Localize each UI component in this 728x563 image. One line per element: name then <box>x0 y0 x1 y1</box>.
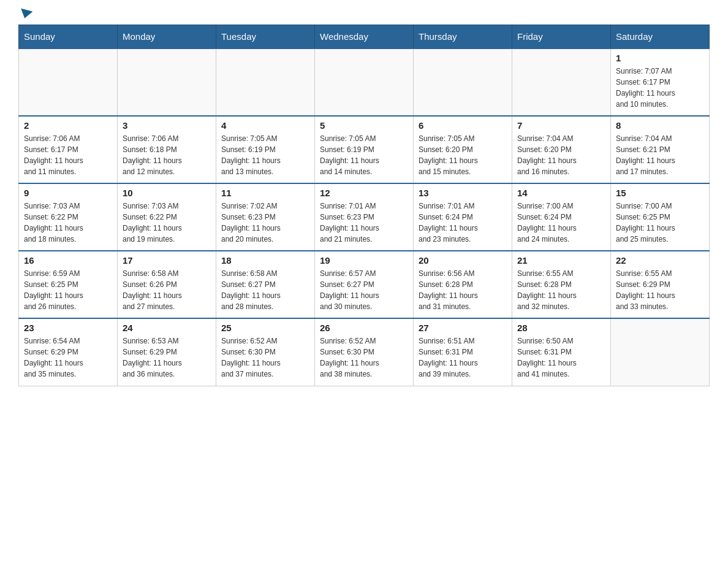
calendar-cell: 8Sunrise: 7:04 AMSunset: 6:21 PMDaylight… <box>611 116 710 183</box>
calendar-cell: 23Sunrise: 6:54 AMSunset: 6:29 PMDayligh… <box>19 318 118 386</box>
day-number: 3 <box>123 120 211 131</box>
calendar-week-row: 9Sunrise: 7:03 AMSunset: 6:22 PMDaylight… <box>19 183 710 251</box>
calendar-week-row: 2Sunrise: 7:06 AMSunset: 6:17 PMDaylight… <box>19 116 710 183</box>
calendar-table: SundayMondayTuesdayWednesdayThursdayFrid… <box>18 25 710 386</box>
page-header <box>18 12 710 18</box>
day-info: Sunrise: 6:52 AMSunset: 6:30 PMDaylight:… <box>221 335 309 380</box>
day-number: 2 <box>24 120 112 131</box>
day-number: 18 <box>221 255 309 266</box>
day-header-sunday: Sunday <box>19 25 118 49</box>
day-info: Sunrise: 7:00 AMSunset: 6:25 PMDaylight:… <box>616 201 704 245</box>
calendar-cell: 6Sunrise: 7:05 AMSunset: 6:20 PMDaylight… <box>414 116 512 183</box>
day-info: Sunrise: 7:03 AMSunset: 6:22 PMDaylight:… <box>24 201 112 245</box>
day-info: Sunrise: 6:54 AMSunset: 6:29 PMDaylight:… <box>24 335 112 380</box>
day-info: Sunrise: 7:05 AMSunset: 6:19 PMDaylight:… <box>221 133 309 177</box>
day-number: 26 <box>320 323 408 333</box>
day-info: Sunrise: 7:06 AMSunset: 6:17 PMDaylight:… <box>24 133 112 177</box>
day-number: 28 <box>517 323 605 333</box>
calendar-cell <box>512 48 611 116</box>
day-info: Sunrise: 6:52 AMSunset: 6:30 PMDaylight:… <box>320 335 408 380</box>
calendar-cell: 16Sunrise: 6:59 AMSunset: 6:25 PMDayligh… <box>19 251 118 318</box>
day-number: 20 <box>419 255 507 266</box>
day-number: 23 <box>24 323 112 333</box>
calendar-cell: 13Sunrise: 7:01 AMSunset: 6:24 PMDayligh… <box>414 183 512 251</box>
day-number: 21 <box>517 255 605 266</box>
day-number: 8 <box>616 120 704 131</box>
day-number: 11 <box>221 188 309 198</box>
day-number: 5 <box>320 120 408 131</box>
day-info: Sunrise: 6:56 AMSunset: 6:28 PMDaylight:… <box>419 268 507 312</box>
day-header-thursday: Thursday <box>414 25 512 49</box>
day-info: Sunrise: 7:05 AMSunset: 6:19 PMDaylight:… <box>320 133 408 177</box>
calendar-cell: 10Sunrise: 7:03 AMSunset: 6:22 PMDayligh… <box>118 183 216 251</box>
calendar-cell: 4Sunrise: 7:05 AMSunset: 6:19 PMDaylight… <box>216 116 315 183</box>
day-number: 27 <box>419 323 507 333</box>
day-info: Sunrise: 7:01 AMSunset: 6:23 PMDaylight:… <box>320 201 408 245</box>
calendar-cell: 14Sunrise: 7:00 AMSunset: 6:24 PMDayligh… <box>512 183 611 251</box>
calendar-header-row: SundayMondayTuesdayWednesdayThursdayFrid… <box>19 25 710 49</box>
calendar-cell: 2Sunrise: 7:06 AMSunset: 6:17 PMDaylight… <box>19 116 118 183</box>
calendar-cell: 25Sunrise: 6:52 AMSunset: 6:30 PMDayligh… <box>216 318 315 386</box>
calendar-cell: 24Sunrise: 6:53 AMSunset: 6:29 PMDayligh… <box>118 318 216 386</box>
calendar-cell: 27Sunrise: 6:51 AMSunset: 6:31 PMDayligh… <box>414 318 512 386</box>
calendar-cell: 3Sunrise: 7:06 AMSunset: 6:18 PMDaylight… <box>118 116 216 183</box>
calendar-cell: 1Sunrise: 7:07 AMSunset: 6:17 PMDaylight… <box>611 48 710 116</box>
day-info: Sunrise: 7:06 AMSunset: 6:18 PMDaylight:… <box>123 133 211 177</box>
day-info: Sunrise: 7:02 AMSunset: 6:23 PMDaylight:… <box>221 201 309 245</box>
calendar-cell <box>414 48 512 116</box>
day-number: 16 <box>24 255 112 266</box>
calendar-cell <box>611 318 710 386</box>
day-number: 10 <box>123 188 211 198</box>
day-header-saturday: Saturday <box>611 25 710 49</box>
day-number: 6 <box>419 120 507 131</box>
day-header-friday: Friday <box>512 25 611 49</box>
day-header-tuesday: Tuesday <box>216 25 315 49</box>
calendar-cell: 20Sunrise: 6:56 AMSunset: 6:28 PMDayligh… <box>414 251 512 318</box>
calendar-cell: 15Sunrise: 7:00 AMSunset: 6:25 PMDayligh… <box>611 183 710 251</box>
calendar-cell: 5Sunrise: 7:05 AMSunset: 6:19 PMDaylight… <box>315 116 414 183</box>
day-info: Sunrise: 6:55 AMSunset: 6:29 PMDaylight:… <box>616 268 704 312</box>
day-number: 24 <box>123 323 211 333</box>
day-number: 19 <box>320 255 408 266</box>
day-info: Sunrise: 6:58 AMSunset: 6:27 PMDaylight:… <box>221 268 309 312</box>
day-number: 15 <box>616 188 704 198</box>
day-number: 22 <box>616 255 704 266</box>
day-info: Sunrise: 6:57 AMSunset: 6:27 PMDaylight:… <box>320 268 408 312</box>
logo <box>18 12 32 18</box>
calendar-cell: 21Sunrise: 6:55 AMSunset: 6:28 PMDayligh… <box>512 251 611 318</box>
day-info: Sunrise: 7:04 AMSunset: 6:21 PMDaylight:… <box>616 133 704 177</box>
calendar-cell <box>315 48 414 116</box>
day-info: Sunrise: 6:51 AMSunset: 6:31 PMDaylight:… <box>419 335 507 380</box>
calendar-cell: 11Sunrise: 7:02 AMSunset: 6:23 PMDayligh… <box>216 183 315 251</box>
day-info: Sunrise: 6:50 AMSunset: 6:31 PMDaylight:… <box>517 335 605 380</box>
calendar-cell <box>216 48 315 116</box>
day-number: 14 <box>517 188 605 198</box>
day-info: Sunrise: 6:55 AMSunset: 6:28 PMDaylight:… <box>517 268 605 312</box>
calendar-week-row: 23Sunrise: 6:54 AMSunset: 6:29 PMDayligh… <box>19 318 710 386</box>
calendar-week-row: 16Sunrise: 6:59 AMSunset: 6:25 PMDayligh… <box>19 251 710 318</box>
calendar-cell: 19Sunrise: 6:57 AMSunset: 6:27 PMDayligh… <box>315 251 414 318</box>
calendar-cell: 12Sunrise: 7:01 AMSunset: 6:23 PMDayligh… <box>315 183 414 251</box>
day-info: Sunrise: 7:05 AMSunset: 6:20 PMDaylight:… <box>419 133 507 177</box>
day-info: Sunrise: 7:00 AMSunset: 6:24 PMDaylight:… <box>517 201 605 245</box>
day-info: Sunrise: 6:59 AMSunset: 6:25 PMDaylight:… <box>24 268 112 312</box>
day-number: 4 <box>221 120 309 131</box>
day-header-wednesday: Wednesday <box>315 25 414 49</box>
day-number: 25 <box>221 323 309 333</box>
day-info: Sunrise: 7:03 AMSunset: 6:22 PMDaylight:… <box>123 201 211 245</box>
calendar-cell: 18Sunrise: 6:58 AMSunset: 6:27 PMDayligh… <box>216 251 315 318</box>
calendar-cell <box>118 48 216 116</box>
day-header-monday: Monday <box>118 25 216 49</box>
calendar-cell: 26Sunrise: 6:52 AMSunset: 6:30 PMDayligh… <box>315 318 414 386</box>
day-number: 9 <box>24 188 112 198</box>
day-info: Sunrise: 7:04 AMSunset: 6:20 PMDaylight:… <box>517 133 605 177</box>
calendar-week-row: 1Sunrise: 7:07 AMSunset: 6:17 PMDaylight… <box>19 48 710 116</box>
calendar-cell: 28Sunrise: 6:50 AMSunset: 6:31 PMDayligh… <box>512 318 611 386</box>
day-number: 7 <box>517 120 605 131</box>
calendar-cell: 17Sunrise: 6:58 AMSunset: 6:26 PMDayligh… <box>118 251 216 318</box>
day-number: 17 <box>123 255 211 266</box>
day-info: Sunrise: 7:01 AMSunset: 6:24 PMDaylight:… <box>419 201 507 245</box>
calendar-cell: 7Sunrise: 7:04 AMSunset: 6:20 PMDaylight… <box>512 116 611 183</box>
logo-triangle-icon <box>19 9 33 20</box>
calendar-cell: 9Sunrise: 7:03 AMSunset: 6:22 PMDaylight… <box>19 183 118 251</box>
